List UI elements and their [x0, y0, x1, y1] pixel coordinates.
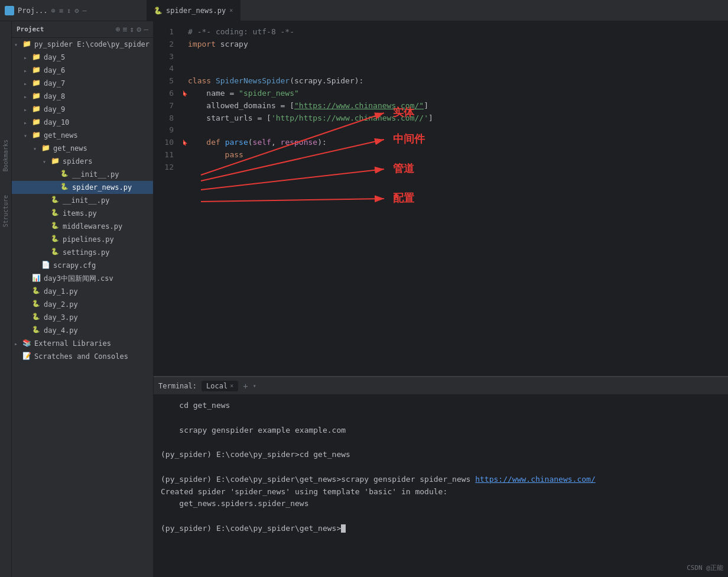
code-line-4	[183, 63, 728, 75]
tree-item-day-1-py[interactable]: 🐍day_1.py	[12, 285, 153, 298]
tree-item-items-py[interactable]: 🐍items.py	[12, 207, 153, 220]
token: start_urls = [	[188, 112, 271, 125]
line-num-8: 8	[154, 112, 178, 125]
terminal-dropdown[interactable]: ▾	[253, 382, 256, 389]
terminal-panel: Terminal: Local × + ▾ cd get_news scrapy…	[154, 376, 728, 577]
tree-label: Scratches and Consoles	[34, 352, 128, 361]
tree-arrow: ▸	[24, 80, 32, 87]
token: class	[188, 75, 216, 87]
code-editor[interactable]: 123456789101112 # -*- coding: utf-8 -*-i…	[154, 21, 728, 376]
terminal-tab-close[interactable]: ×	[230, 382, 233, 389]
sidebar-icon-add[interactable]: ⊕	[116, 25, 121, 34]
terminal-line: get_news.spiders.spider_news	[161, 498, 721, 510]
tab-close-button[interactable]: ×	[229, 7, 233, 14]
toolbar-icon-add[interactable]: ⊕	[51, 7, 56, 15]
token: "spider_news"	[239, 87, 299, 100]
tree-item-day-6[interactable]: ▸📁day_6	[12, 64, 153, 77]
tree-item-day3------csv[interactable]: 📊day3中国新闻网.csv	[12, 272, 153, 285]
tree-arrow: ▾	[24, 132, 32, 139]
tree-arrow: ▸	[24, 93, 32, 100]
tree-item-middlewares-py[interactable]: 🐍middlewares.py	[12, 220, 153, 233]
tree-item---init---py[interactable]: 🐍__init__.py	[12, 168, 153, 181]
token: (	[248, 137, 253, 149]
tree-item-day-3-py[interactable]: 🐍day_3.py	[12, 311, 153, 324]
tree-item-day-9[interactable]: ▸📁day_9	[12, 103, 153, 116]
terminal-line: (py_spider) E:\code\py_spider\get_news>s…	[161, 474, 721, 486]
tree-item-day-4-py[interactable]: 🐍day_4.py	[12, 324, 153, 337]
tree-file-icon: 📁	[32, 92, 41, 101]
tree-item-day-10[interactable]: ▸📁day_10	[12, 116, 153, 129]
terminal-tab-local[interactable]: Local ×	[202, 381, 238, 391]
tree-arrow: ▸	[14, 341, 22, 347]
tree-item-External-Libraries[interactable]: ▸📚External Libraries	[12, 337, 153, 350]
tree-label: __init__.py	[63, 196, 109, 205]
terminal-content[interactable]: cd get_news scrapy genspider example exa…	[154, 395, 728, 577]
terminal-label: Terminal:	[158, 382, 197, 390]
structure-label[interactable]: Structure	[2, 195, 9, 227]
title-bar: Proj... ⊕ ≡ ↕ ⚙ — 🐍 spider_news.py ×	[0, 0, 728, 21]
code-content[interactable]: # -*- coding: utf-8 -*-import scrapyclas…	[183, 21, 728, 376]
tree-label: day_7	[44, 79, 65, 87]
token: ):	[317, 137, 327, 149]
sidebar-icon-sort[interactable]: ↕	[130, 25, 135, 34]
bookmarks-label[interactable]: Bookmarks	[2, 140, 9, 171]
tree-item-pipelines-py[interactable]: 🐍pipelines.py	[12, 233, 153, 246]
code-line-8: start_urls = ['http/https://www.chinanew…	[183, 112, 728, 125]
sidebar-icon-list[interactable]: ≡	[123, 25, 128, 34]
tree-file-icon: 📊	[32, 274, 41, 283]
line-num-12: 12	[154, 161, 178, 174]
line-num-4: 4	[154, 63, 178, 75]
tree-label: pipelines.py	[63, 235, 114, 244]
terminal-tab-bar: Terminal: Local × + ▾	[154, 377, 728, 395]
tree-file-icon: 📝	[22, 352, 32, 361]
tree-item-settings-py[interactable]: 🐍settings.py	[12, 246, 153, 259]
toolbar-icon-minimize[interactable]: —	[83, 7, 87, 15]
tree-item-get-news[interactable]: ▾📁get_news	[12, 129, 153, 142]
token: 'http/https://www.chinanews.com//'	[271, 112, 428, 125]
tree-file-icon: 📚	[22, 339, 32, 348]
tree-item-scrapy-cfg[interactable]: 📄scrapy.cfg	[12, 259, 153, 272]
tree-item-py-spider-E--code-py-spider[interactable]: ▾📁py_spider E:\code\py_spider	[12, 38, 153, 51]
terminal-line: Created spider 'spider_news' using templ…	[161, 486, 721, 498]
tree-item-day-7[interactable]: ▸📁day_7	[12, 77, 153, 90]
tree-item-Scratches-and-Consoles[interactable]: 📝Scratches and Consoles	[12, 350, 153, 363]
tree-file-icon: 📁	[22, 40, 32, 49]
tree-label: scrapy.cfg	[53, 261, 96, 270]
tree-file-icon: 🐍	[32, 313, 41, 322]
tree-item-day-8[interactable]: ▸📁day_8	[12, 90, 153, 103]
toolbar-icon-sort[interactable]: ↕	[67, 7, 71, 15]
tree-file-icon: 🐍	[51, 235, 60, 244]
tree-item-get-news[interactable]: ▾📁get_news	[12, 142, 153, 155]
main-content: Bookmarks Structure Project ⊕ ≡ ↕ ⚙ — ▾📁…	[0, 21, 728, 577]
toolbar-icon-settings[interactable]: ⚙	[74, 7, 79, 15]
terminal-cursor	[341, 524, 346, 533]
tree-arrow: ▸	[24, 119, 32, 126]
tree-item-spiders[interactable]: ▾📁spiders	[12, 155, 153, 168]
token: ]	[424, 100, 428, 112]
tree-arrow: ▸	[24, 67, 32, 74]
tree-item-spider-news-py[interactable]: 🐍spider_news.py	[12, 181, 153, 194]
tree-item-day-2-py[interactable]: 🐍day_2.py	[12, 298, 153, 311]
annotation-arrow-3	[201, 199, 384, 202]
terminal-add-button[interactable]: +	[243, 381, 248, 391]
tree-arrow: ▸	[24, 54, 32, 61]
token: scrapy	[220, 38, 248, 51]
token: pass	[188, 149, 243, 161]
tab-spider-news[interactable]: 🐍 spider_news.py ×	[147, 0, 240, 21]
tree-file-icon: 📁	[32, 53, 41, 62]
token: def	[188, 137, 225, 149]
tree-item---init---py[interactable]: 🐍__init__.py	[12, 194, 153, 207]
tree-file-icon: 📁	[51, 157, 60, 166]
toolbar-icon-list[interactable]: ≡	[59, 7, 63, 15]
tree-file-icon: 🐍	[51, 196, 60, 205]
code-line-9	[183, 124, 728, 137]
sidebar-header: Project ⊕ ≡ ↕ ⚙ —	[12, 21, 153, 38]
sidebar-icon-minus[interactable]: —	[144, 25, 148, 34]
tree-file-icon: 🐍	[60, 183, 70, 192]
tree-label: items.py	[63, 209, 97, 218]
sidebar-icon-gear[interactable]: ⚙	[136, 25, 141, 34]
token: ]	[428, 112, 433, 125]
tree-item-day-5[interactable]: ▸📁day_5	[12, 51, 153, 64]
line-num-9: 9	[154, 124, 178, 137]
tree-file-icon: 🐍	[32, 300, 41, 309]
